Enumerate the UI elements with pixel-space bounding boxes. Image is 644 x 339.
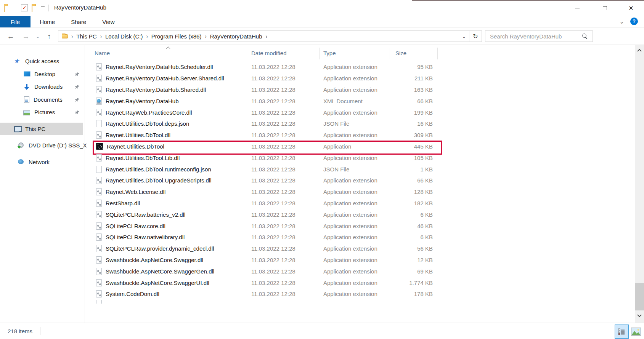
dll-icon xyxy=(96,154,102,162)
dll-icon xyxy=(96,188,102,195)
vertical-scrollbar[interactable] xyxy=(635,45,644,323)
address-dropdown-icon[interactable]: ⌄ xyxy=(459,34,469,39)
scrollbar-thumb[interactable] xyxy=(635,283,644,310)
sidebar-item-network[interactable]: Network xyxy=(0,156,83,169)
navigation-bar: ← → ⌄ ↑ › This PC › Local Disk (C:) › Pr… xyxy=(0,28,644,45)
sidebar-item-label: Desktop xyxy=(34,71,55,77)
file-row[interactable]: Swashbuckle.AspNetCore.SwaggerUI.dll 11.… xyxy=(88,277,635,288)
column-header[interactable]: Size xyxy=(390,45,438,61)
dll-icon xyxy=(96,279,102,286)
file-date-modified: 11.03.2022 12:28 xyxy=(245,177,320,184)
file-row[interactable]: Raynet.RayWeb.PracticesCore.dll 11.03.20… xyxy=(88,107,635,118)
file-date-modified: 11.03.2022 12:28 xyxy=(245,120,320,127)
scroll-up-icon[interactable] xyxy=(635,47,644,55)
minimize-button[interactable] xyxy=(564,0,591,16)
ribbon-collapse-icon[interactable]: ⌄ xyxy=(619,19,624,24)
file-row[interactable]: Raynet.RayVentory.DataHub 11.03.2022 12:… xyxy=(88,95,635,107)
address-bar[interactable]: › This PC › Local Disk (C:) › Program Fi… xyxy=(58,30,482,42)
search-icon[interactable] xyxy=(582,34,588,39)
chevron-right-icon[interactable]: › xyxy=(262,33,271,40)
file-row[interactable]: Swashbuckle.AspNetCore.Swagger.dll 11.03… xyxy=(88,254,635,266)
column-header-label: Date modified xyxy=(251,50,287,56)
file-row[interactable]: SQLitePCLRaw.core.dll 11.03.2022 12:28 A… xyxy=(88,220,635,232)
xml-icon xyxy=(96,98,102,105)
file-date-modified: 11.03.2022 12:28 xyxy=(245,155,320,161)
pane-splitter[interactable] xyxy=(85,45,85,323)
up-button[interactable]: ↑ xyxy=(43,28,56,45)
column-header[interactable]: Type xyxy=(320,45,390,61)
sidebar-item-desktop[interactable]: Desktop xyxy=(0,68,83,81)
file-type: Application extension xyxy=(320,155,390,161)
column-header[interactable]: Date modified xyxy=(245,45,320,61)
file-size: 1 KB xyxy=(390,166,438,173)
search-input[interactable] xyxy=(485,31,593,42)
file-row[interactable]: Raynet.RayVentory.DataHub.Scheduler.dll … xyxy=(88,61,635,73)
sidebar-item-this-pc[interactable]: This PC xyxy=(0,123,83,136)
file-name: Raynet.RayVentory.DataHub xyxy=(106,98,179,104)
chevron-right-icon[interactable]: › xyxy=(201,33,210,40)
tab-home[interactable]: Home xyxy=(33,16,62,27)
file-size: 199 KB xyxy=(390,109,438,116)
sidebar-item-downloads[interactable]: Downloads xyxy=(0,80,83,93)
items-count: 218 items xyxy=(8,328,32,334)
file-row[interactable]: Raynet.Utilities.DbTool.runtimeconfig.js… xyxy=(88,163,635,175)
file-row[interactable]: Swashbuckle.AspNetCore.SwaggerGen.dll 11… xyxy=(88,265,635,277)
file-row[interactable]: System.CodeDom.dll 11.03.2022 12:28 Appl… xyxy=(88,288,635,300)
file-size: 12 KB xyxy=(390,257,438,263)
file-row[interactable]: SQLitePCLRaw.provider.dynamic_cdecl.dll … xyxy=(88,243,635,254)
file-row-highlighted[interactable]: Raynet.Utilities.DbTool 11.03.2022 12:28… xyxy=(88,141,635,152)
file-row[interactable]: Raynet.Utilities.DbTool.UpgradeScripts.d… xyxy=(88,175,635,186)
json-icon xyxy=(96,166,102,173)
breadcrumb-item[interactable]: RayVentoryDataHub xyxy=(210,33,262,40)
qat-check-icon[interactable]: ✓ xyxy=(21,4,28,11)
sidebar-item-dvd-drive[interactable]: DVD Drive (D:) SSS_X xyxy=(0,139,83,152)
sidebar-item-documents[interactable]: Documents xyxy=(0,93,83,106)
file-row[interactable]: SQLitePCLRaw.batteries_v2.dll 11.03.2022… xyxy=(88,209,635,220)
chevron-right-icon[interactable]: › xyxy=(143,33,151,40)
sidebar-item-pictures[interactable]: Pictures xyxy=(0,106,83,119)
partial-file-row[interactable] xyxy=(88,300,635,304)
file-date-modified: 11.03.2022 12:28 xyxy=(245,200,320,206)
file-row[interactable]: Raynet.RayVentory.DataHub.Shared.dll 11.… xyxy=(88,84,635,96)
file-row[interactable]: Raynet.RayVentory.DataHub.Server.Shared.… xyxy=(88,73,635,84)
forward-button[interactable]: → xyxy=(19,28,33,45)
scroll-down-icon[interactable] xyxy=(635,313,644,320)
file-type: Application extension xyxy=(320,291,390,297)
file-row[interactable]: Raynet.Utilities.DbTool.dll 11.03.2022 1… xyxy=(88,130,635,141)
breadcrumb-item[interactable]: Local Disk (C:) xyxy=(105,33,143,40)
file-name: Swashbuckle.AspNetCore.SwaggerUI.dll xyxy=(106,280,209,286)
file-name: RestSharp.dll xyxy=(106,200,140,206)
sidebar-item-quick-access[interactable]: Quick access xyxy=(0,55,83,68)
back-button[interactable]: ← xyxy=(4,28,18,45)
breadcrumb-item[interactable]: This PC xyxy=(76,33,96,40)
file-row[interactable]: Raynet.Utilities.DbTool.Lib.dll 11.03.20… xyxy=(88,152,635,163)
file-row[interactable]: Raynet.Web.License.dll 11.03.2022 12:28 … xyxy=(88,186,635,198)
close-button[interactable]: ✕ xyxy=(619,0,643,16)
file-date-modified: 11.03.2022 12:28 xyxy=(245,234,320,240)
qat-folder-icon[interactable] xyxy=(32,5,32,12)
downloads-icon xyxy=(23,83,30,90)
tab-share[interactable]: Share xyxy=(64,16,93,27)
tab-view[interactable]: View xyxy=(95,16,121,27)
file-row[interactable]: RestSharp.dll 11.03.2022 12:28 Applicati… xyxy=(88,198,635,209)
refresh-icon[interactable]: ↻ xyxy=(469,33,482,40)
breadcrumb-item[interactable]: Program Files (x86) xyxy=(151,33,202,40)
maximize-button[interactable] xyxy=(591,0,618,16)
chevron-right-icon[interactable]: › xyxy=(97,33,105,40)
large-icons-view-button[interactable] xyxy=(631,327,641,336)
documents-icon xyxy=(24,96,29,103)
qat-customize-chevron-icon[interactable] xyxy=(41,6,45,7)
column-header-label: Type xyxy=(323,50,336,56)
details-view-button[interactable] xyxy=(615,325,629,339)
address-folder-icon xyxy=(62,34,68,38)
recent-locations-chevron-icon[interactable]: ⌄ xyxy=(34,28,42,45)
file-date-modified: 11.03.2022 12:28 xyxy=(245,223,320,229)
help-icon[interactable]: ? xyxy=(630,18,638,25)
file-row[interactable]: SQLitePCLRaw.nativelibrary.dll 11.03.202… xyxy=(88,232,635,243)
pictures-icon xyxy=(23,110,30,115)
dll-icon xyxy=(96,200,102,207)
tab-file[interactable]: File xyxy=(0,16,31,27)
file-row[interactable]: Raynet.Utilities.DbTool.deps.json 11.03.… xyxy=(88,118,635,130)
file-size: 16 KB xyxy=(390,120,438,127)
file-date-modified: 11.03.2022 12:28 xyxy=(245,166,320,173)
